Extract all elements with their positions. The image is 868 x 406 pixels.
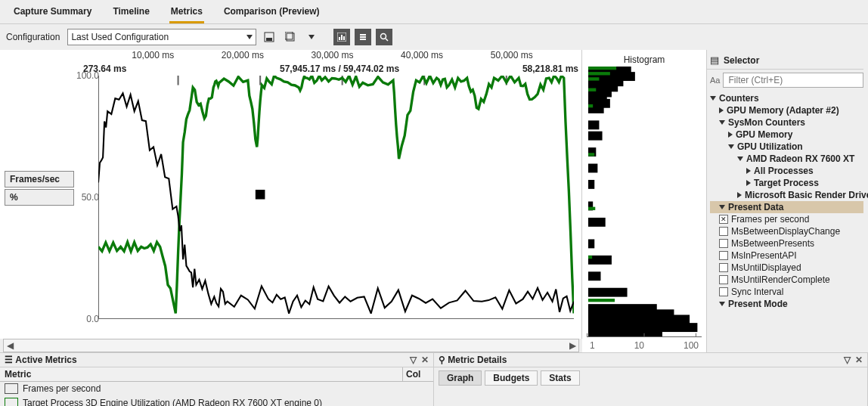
tree-counters[interactable]: Counters <box>710 92 863 104</box>
tree-msbetweendisplay[interactable]: MsBetweenDisplayChange <box>710 225 863 237</box>
checkbox-icon <box>719 287 728 296</box>
scroll-right-icon: ▶ <box>566 340 578 351</box>
tree-present-data[interactable]: Present Data <box>710 201 863 213</box>
tab-capture-summary[interactable]: Capture Summary <box>12 3 93 23</box>
svg-rect-31 <box>588 180 594 189</box>
search-icon[interactable] <box>376 29 392 45</box>
checkbox-icon <box>719 239 728 248</box>
save-icon[interactable] <box>261 29 277 45</box>
svg-rect-47 <box>588 104 593 107</box>
svg-rect-49 <box>588 207 595 210</box>
active-metrics-title: Active Metrics <box>15 355 76 365</box>
tab-metrics[interactable]: Metrics <box>169 3 204 23</box>
tree-msuntildisplayed[interactable]: MsUntilDisplayed <box>710 262 863 274</box>
svg-rect-37 <box>588 288 628 297</box>
configuration-select[interactable]: Last Used Configuration <box>67 29 256 45</box>
histogram-title: Histogram <box>582 50 706 67</box>
tree-gpu-memory[interactable]: GPU Memory <box>710 129 863 141</box>
selector-header: ▤ Selector <box>707 53 863 70</box>
dropdown-toggle[interactable] <box>303 29 320 45</box>
active-metric-row-target[interactable]: Target Process 3D Engine Utilization (AM… <box>0 396 433 406</box>
svg-rect-27 <box>588 120 599 129</box>
tab-comparison[interactable]: Comparison (Preview) <box>222 3 321 23</box>
bottom-panes: ☰ Active Metrics ▽✕ Metric Col Frames pe… <box>0 352 868 406</box>
readout-right: 58,218.81 ms <box>522 64 578 74</box>
md-tab-graph[interactable]: Graph <box>439 370 482 386</box>
tree-fps[interactable]: ✕Frames per second <box>710 213 863 225</box>
close-icon[interactable]: ✕ <box>855 355 863 365</box>
checkbox-checked-icon: ✕ <box>719 215 728 224</box>
configuration-value: Last Used Configuration <box>71 32 169 42</box>
tree-syncinterval[interactable]: Sync Interval <box>710 286 863 298</box>
tree-target-process[interactable]: Target Process <box>710 177 863 189</box>
md-tab-budgets[interactable]: Budgets <box>485 370 538 386</box>
toolbar: Configuration Last Used Configuration <box>0 24 868 50</box>
tree-gpu-utilization[interactable]: GPU Utilization <box>710 141 863 153</box>
tree-msbetweenpresents[interactable]: MsBetweenPresents <box>710 237 863 249</box>
tab-timeline[interactable]: Timeline <box>111 3 150 23</box>
tree-gpu-memory-adapter[interactable]: GPU Memory (Adapter #2) <box>710 104 863 116</box>
readout-mid: 57,945.17 ms / 59,474.02 ms <box>280 64 399 74</box>
plot-svg <box>98 76 574 314</box>
svg-point-11 <box>381 34 386 39</box>
top-tabs: Capture Summary Timeline Metrics Compari… <box>0 0 868 24</box>
svg-rect-5 <box>339 37 340 40</box>
svg-rect-40 <box>588 315 690 324</box>
selector-icon: ▤ <box>710 54 719 66</box>
label-percent: % <box>5 189 74 206</box>
col-metric[interactable]: Metric <box>0 367 403 381</box>
chevron-down-icon <box>246 35 253 39</box>
dropdown-icon[interactable]: ▽ <box>844 355 851 365</box>
case-icon[interactable]: Aa <box>710 76 720 85</box>
checkbox-icon <box>719 227 728 236</box>
scroll-left-icon: ◀ <box>4 340 16 351</box>
selector-tree: Counters GPU Memory (Adapter #2) SysMon … <box>707 92 863 310</box>
chart-area[interactable]: 10,000 ms 20,000 ms 30,000 ms 40,000 ms … <box>0 50 582 339</box>
tree-all-processes[interactable]: All Processes <box>710 165 863 177</box>
tree-msinpresentapi[interactable]: MsInPresentAPI <box>710 249 863 262</box>
save-multi-icon[interactable] <box>282 29 299 45</box>
dropdown-icon[interactable]: ▽ <box>410 355 417 365</box>
tree-ms-basic[interactable]: Microsoft Basic Render Driver <box>710 189 863 201</box>
horizontal-scrollbar[interactable]: ◀ ▶ <box>3 339 579 352</box>
histogram-xticks: 1 10 100 <box>582 340 706 352</box>
md-tab-stats[interactable]: Stats <box>541 370 579 386</box>
series-icon <box>5 398 18 406</box>
tree-sysmon[interactable]: SysMon Counters <box>710 116 863 129</box>
svg-rect-36 <box>588 271 601 280</box>
view-chart-icon[interactable] <box>333 29 350 45</box>
view-list-icon[interactable] <box>355 29 371 45</box>
svg-rect-34 <box>588 239 594 248</box>
tree-msuntilrender[interactable]: MsUntilRenderComplete <box>710 274 863 286</box>
configuration-label: Configuration <box>6 32 63 42</box>
svg-rect-50 <box>588 256 592 259</box>
y-axis: 100.0 50.0 0.0 <box>72 76 102 319</box>
svg-rect-33 <box>588 218 606 227</box>
active-metric-row-fps[interactable]: Frames per second <box>0 382 433 396</box>
close-icon[interactable]: ✕ <box>421 355 429 365</box>
checkbox-icon <box>719 251 728 260</box>
selector-filter-input[interactable] <box>723 73 863 88</box>
svg-rect-44 <box>588 72 610 75</box>
left-labels: Frames/sec % <box>5 171 74 207</box>
svg-rect-43 <box>588 67 616 70</box>
svg-rect-30 <box>588 164 597 173</box>
list-icon: ☰ <box>5 355 13 365</box>
search-icon: ⚲ <box>439 355 445 365</box>
active-metrics-table-header: Metric Col <box>0 367 433 382</box>
svg-rect-48 <box>588 153 594 156</box>
active-metrics-pane: ☰ Active Metrics ▽✕ Metric Col Frames pe… <box>0 353 434 406</box>
checkbox-icon <box>719 263 728 272</box>
svg-rect-46 <box>588 88 596 91</box>
svg-rect-28 <box>588 132 603 141</box>
tree-amd[interactable]: AMD Radeon RX 7600 XT <box>710 153 863 165</box>
metric-details-pane: ⚲ Metric Details ▽✕ Graph Budgets Stats <box>434 353 868 406</box>
label-framespersec: Frames/sec <box>5 171 74 188</box>
histogram-plot[interactable] <box>587 67 702 337</box>
tree-present-mode[interactable]: Present Mode <box>710 298 863 310</box>
time-readout: 273.64 ms 57,945.17 ms / 59,474.02 ms 58… <box>83 64 581 76</box>
series-icon <box>5 383 18 394</box>
col-color[interactable]: Col <box>403 367 433 381</box>
svg-rect-1 <box>266 38 272 41</box>
time-ruler: 10,000 ms 20,000 ms 30,000 ms 40,000 ms … <box>83 50 581 64</box>
